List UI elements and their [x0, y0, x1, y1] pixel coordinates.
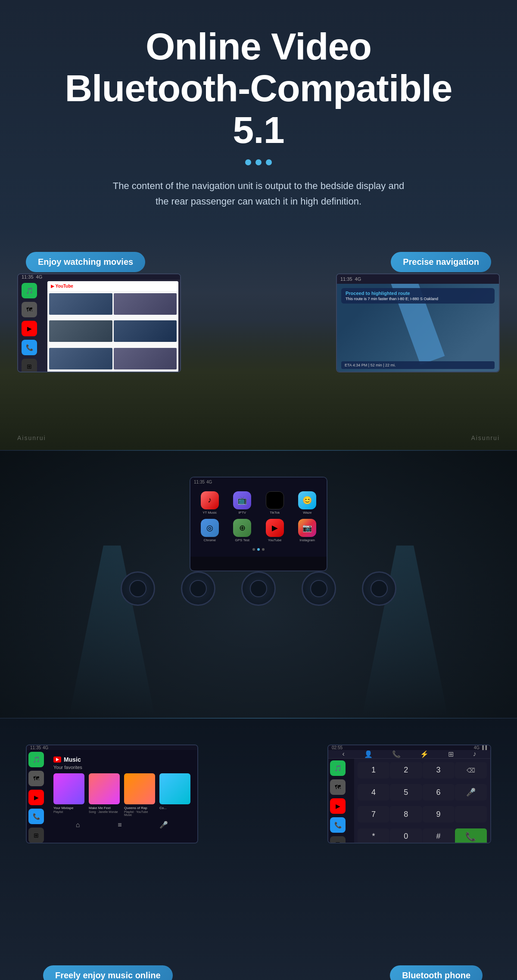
key-star[interactable]: * — [358, 828, 389, 844]
music-maps-icon: 🗺 — [28, 771, 44, 786]
youtube-time: 11:35 — [22, 274, 34, 279]
key-call[interactable]: 📞 — [455, 828, 487, 844]
highway-section: Enjoy watching movies Precise navigation… — [0, 226, 517, 450]
nav-statusbar: 11:35 4G — [337, 274, 499, 284]
app-cell-youtube: ▶ YouTube — [261, 519, 289, 542]
nav-eta-text: ETA 4:34 PM | 52 min | 22 mi. — [345, 363, 396, 367]
music-card-title-2: Make Me Feel — [89, 806, 120, 810]
key-2[interactable]: 2 — [390, 762, 422, 778]
yt-thumb-4 — [114, 320, 177, 342]
phone-back-icon[interactable]: ‹ — [342, 750, 344, 758]
dot-1 — [245, 159, 251, 165]
music-time: 11:35 — [30, 745, 41, 750]
key-5[interactable]: 5 — [390, 784, 422, 800]
youtube-label: YouTube — [268, 538, 281, 542]
music-card-title-4: Co... — [159, 806, 190, 810]
iptv-label: IPTV — [238, 511, 246, 515]
subtitle-text: The content of the navigation unit is ou… — [108, 178, 409, 208]
youtube-screen: 11:35 4G 🎵 🗺 ▶ 📞 ⊞ ▶ YouTube — [17, 273, 181, 372]
watch-movies-label: Enjoy watching movies — [38, 257, 133, 267]
vent-5 — [362, 571, 396, 606]
music-content: Music Your favorites Your Mixtape Playli… — [46, 750, 198, 844]
music-sidebar: 🎵 🗺 ▶ 📞 ⊞ — [27, 750, 46, 844]
music-prev-btn[interactable]: ≡ — [118, 821, 121, 829]
youtube-header: ▶ YouTube — [47, 281, 178, 292]
app-cell-tiktok: ♪ TikTok — [261, 491, 289, 515]
phone-music-icon[interactable]: ♪ — [473, 750, 476, 758]
car-screen-nav-dots — [196, 546, 321, 552]
music-section-title: Your favorites — [48, 765, 196, 773]
ytmusic-icon: ♪ — [201, 491, 219, 509]
phone-grid2-icon[interactable]: ⊞ — [448, 750, 454, 758]
nav-dot-1 — [252, 548, 255, 551]
vents-row — [121, 571, 396, 606]
music-thumb-3 — [124, 773, 155, 804]
music-thumb-1 — [53, 773, 84, 804]
music-layout: 🎵 🗺 ▶ 📞 ⊞ Music Your favorites — [27, 750, 197, 844]
vent-4 — [302, 571, 336, 606]
vent-inner-3 — [250, 580, 267, 597]
key-7[interactable]: 7 — [358, 806, 389, 822]
music-card-sub-1: Playlist — [53, 810, 84, 813]
chrome-label: Chrome — [204, 538, 216, 542]
key-6[interactable]: 6 — [423, 784, 455, 800]
key-mic[interactable]: 🎤 — [455, 784, 487, 800]
phone-toolbar: ‹ 👤 📞 ⚡ ⊞ ♪ — [328, 750, 490, 759]
music-yt-play — [56, 758, 59, 761]
youtube-icon: ▶ — [266, 519, 284, 537]
music-card-1: Your Mixtape Playlist — [53, 773, 84, 816]
bottom-section: 11:35 4G 🎵 🗺 ▶ 📞 ⊞ Music Your favo — [0, 719, 517, 980]
chrome-icon: ◎ — [201, 519, 219, 537]
header-section: Online Video Bluetooth-Compatible 5.1 Th… — [0, 0, 517, 226]
grid-icon: ⊞ — [22, 359, 37, 372]
youtube-signal: 4G — [36, 274, 43, 279]
key-8[interactable]: 8 — [390, 806, 422, 822]
youtube-main: ▶ YouTube — [47, 281, 178, 372]
youtube-sidebar: 🎵 🗺 ▶ 📞 ⊞ — [20, 281, 46, 372]
waze-icon: 😊 — [298, 491, 316, 509]
ytmusic-label: YT Music — [202, 511, 217, 515]
music-thumb-4 — [159, 773, 190, 804]
navigation-badge: Precise navigation — [391, 252, 491, 272]
key-1[interactable]: 1 — [358, 762, 389, 778]
watermark-left: Aisunrui — [17, 434, 46, 441]
maps-icon: 🗺 — [22, 302, 37, 317]
phone-call2-icon: 📞 — [330, 817, 346, 833]
youtube-body: 🎵 🗺 ▶ 📞 ⊞ ▶ YouTube — [18, 279, 180, 372]
nav-banner: Proceed to highlighted route This route … — [341, 288, 495, 304]
key-empty — [455, 806, 487, 822]
phone-maps-icon: 🗺 — [330, 779, 346, 795]
phone-bluetooth-icon[interactable]: ⚡ — [420, 750, 429, 758]
key-3[interactable]: 3 — [423, 762, 455, 778]
dots-decoration — [34, 159, 483, 165]
nav-banner-text: This route is 7 min faster than I-80 E; … — [346, 297, 490, 301]
yt-thumb-5 — [49, 348, 112, 369]
key-del[interactable]: ⌫ — [455, 762, 487, 778]
music-mic-btn[interactable]: 🎤 — [159, 821, 168, 829]
app-grid-row1: ♪ YT Music 📺 IPTV ♪ TikTok 😊 Waze — [196, 491, 321, 515]
car-screen-statusbar: 11:35 4G — [190, 478, 327, 487]
youtube-statusbar: 11:35 4G — [18, 274, 180, 279]
vent-2 — [181, 571, 215, 606]
music-card-sub-2: Song · Janelle Monáe — [89, 810, 120, 813]
car-screen-time: 11:35 — [194, 480, 205, 484]
phone-call-icon[interactable]: 📞 — [392, 750, 401, 758]
dot-2 — [255, 159, 262, 165]
phone-icon: 📞 — [22, 340, 37, 355]
navigation-screen: 11:35 4G Proceed to highlighted route Th… — [336, 273, 500, 372]
waze-label: Waze — [303, 511, 311, 515]
vent-inner-1 — [129, 580, 146, 597]
car-screen-apps: ♪ YT Music 📺 IPTV ♪ TikTok 😊 Waze — [190, 487, 327, 557]
key-hash[interactable]: # — [423, 828, 455, 844]
main-title-line1: Online Video — [34, 26, 483, 68]
gpstest-icon: ⊕ — [233, 519, 251, 537]
key-0[interactable]: 0 — [390, 828, 422, 844]
music-yt-icon: ▶ — [28, 790, 44, 805]
phone-contact-icon[interactable]: 👤 — [364, 750, 373, 758]
navigation-screen-inner: 11:35 4G Proceed to highlighted route Th… — [337, 274, 499, 372]
phone-yt-icon: ▶ — [330, 798, 346, 814]
key-9[interactable]: 9 — [423, 806, 455, 822]
music-home-btn[interactable]: ⌂ — [76, 821, 80, 829]
music-card-sub-3: Playlist · YouTube Music — [124, 810, 155, 816]
key-4[interactable]: 4 — [358, 784, 389, 800]
